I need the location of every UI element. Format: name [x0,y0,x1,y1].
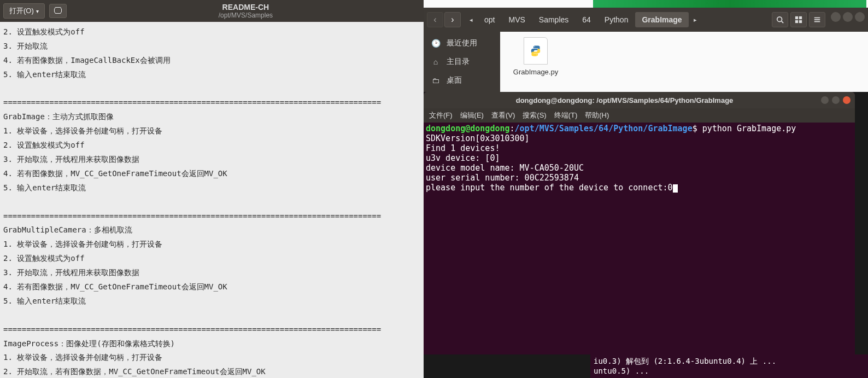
term-prompt-colon: : [510,124,515,133]
forward-button[interactable]: › [444,12,461,27]
sidebar-item-desktop[interactable]: 🗀 桌面 [424,71,500,90]
search-icon [776,16,784,24]
svg-rect-2 [795,16,798,19]
svg-line-1 [782,21,784,24]
close-button[interactable] [843,96,851,104]
breadcrumb: ◂ opt MVS Samples 64 Python GrabImage ▸ [465,12,701,27]
editor-content[interactable]: 2. 设置触发模式为off 3. 开始取流 4. 若有图像数据，ImageCal… [0,22,424,378]
menu-edit[interactable]: 编辑(E) [460,111,484,120]
terminal-menubar: 文件(F) 编辑(E) 查看(V) 搜索(S) 终端(T) 帮助(H) [424,108,855,123]
breadcrumb-next-icon[interactable]: ▸ [689,12,701,27]
sidebar-item-recent[interactable]: 🕑 最近使用 [424,34,500,53]
back-button[interactable]: ‹ [427,12,443,27]
python-icon [530,45,542,57]
window-controls [831,12,865,27]
term-output-line: u3v device: [0] [426,153,853,163]
minimize-button[interactable] [821,96,829,104]
terminal-window-controls [821,96,851,104]
editor-subtitle: /opt/MVS/Samples [71,11,420,19]
grid-icon [795,16,802,24]
title-decor [593,0,866,8]
term-output-line: device model name: MV-CA050-20UC [426,163,853,173]
terminal-window: dongdong@dongdong: /opt/MVS/Samples/64/P… [424,92,855,354]
term-output-line: SDKVersion[0x3010300] [426,133,853,143]
maximize-button[interactable] [832,96,840,104]
chevron-left-icon: ‹ [433,15,436,25]
file-manager-window: ‹ › ◂ opt MVS Samples 64 Python GrabImag… [424,0,868,92]
menu-terminal[interactable]: 终端(T) [554,111,578,120]
chevron-right-icon: › [451,15,454,25]
open-button[interactable]: 打开(O) ▾ [3,3,45,19]
filemgr-toolbar: ‹ › ◂ opt MVS Samples 64 Python GrabImag… [424,8,868,32]
sidebar-item-label: 桌面 [447,75,462,85]
chevron-down-icon: ▾ [36,8,39,14]
editor-toolbar: 打开(O) ▾ 🖵 README-CH /opt/MVS/Samples [0,0,424,22]
maximize-button[interactable] [843,12,853,22]
svg-rect-5 [799,20,802,23]
term-prompt-path: /opt/MVS/Samples/64/Python/GrabImage [515,124,693,133]
hamburger-button[interactable] [809,12,825,27]
filemgr-body: 🕑 最近使用 ⌂ 主目录 🗀 桌面 🗀 视频 [424,32,868,92]
document-icon: 🖵 [54,6,62,16]
svg-rect-4 [795,20,798,23]
file-item[interactable]: GrabImage.py [511,37,560,86]
breadcrumb-item-64[interactable]: 64 [576,12,597,27]
menu-icon [813,16,821,24]
term-output-line: user serial number: 00C22593874 [426,173,853,183]
filemgr-sidebar: 🕑 最近使用 ⌂ 主目录 🗀 桌面 🗀 视频 [424,32,500,92]
terminal-body[interactable]: dongdong@dongdong:/opt/MVS/Samples/64/Py… [424,123,855,354]
menu-help[interactable]: 帮助(H) [585,111,609,120]
sidebar-item-label: 最近使用 [447,38,477,48]
breadcrumb-prev-icon[interactable]: ◂ [465,12,477,27]
new-tab-button[interactable]: 🖵 [49,4,67,18]
breadcrumb-item-grabimage[interactable]: GrabImage [635,12,688,27]
view-grid-button[interactable] [790,12,807,27]
svg-rect-3 [799,16,802,19]
term-output-line: Find 1 devices! [426,143,853,153]
minimize-button[interactable] [831,12,841,22]
term-prompt-user: dongdong@dongdong [426,124,510,133]
term-prompt-dollar: $ [693,124,697,133]
breadcrumb-item-opt[interactable]: opt [478,12,501,27]
breadcrumb-item-python[interactable]: Python [598,12,635,27]
sidebar-item-label: 主目录 [447,57,470,67]
open-button-label: 打开(O) [9,6,34,16]
editor-title-area: README-CH /opt/MVS/Samples [71,3,420,19]
menu-file[interactable]: 文件(F) [429,111,453,120]
clock-icon: 🕑 [431,39,440,48]
breadcrumb-item-mvs[interactable]: MVS [502,12,531,27]
close-button[interactable] [855,12,865,22]
breadcrumb-item-samples[interactable]: Samples [532,12,575,27]
filemgr-content[interactable]: GrabImage.py [500,32,868,92]
term-command: python GrabImage.py [697,124,796,133]
terminal-titlebar[interactable]: dongdong@dongdong: /opt/MVS/Samples/64/P… [424,92,855,108]
menu-search[interactable]: 搜索(S) [523,111,546,120]
editor-title: README-CH [71,3,420,11]
svg-point-0 [777,17,782,22]
cursor-icon [673,184,678,193]
file-name: GrabImage.py [511,68,560,76]
menu-view[interactable]: 查看(V) [491,111,515,120]
home-icon: ⌂ [431,57,440,66]
term-output-line: please input the number of the device to… [426,183,673,193]
terminal-title: dongdong@dongdong: /opt/MVS/Samples/64/P… [428,96,821,104]
text-editor-window: 打开(O) ▾ 🖵 README-CH /opt/MVS/Samples 2. … [0,0,424,378]
folder-icon: 🗀 [431,76,440,85]
background-terminal-strip: iu0.3) 解包到 (2:1.6.4-3ubuntu0.4) 上 ... un… [590,354,868,378]
sidebar-item-home[interactable]: ⌂ 主目录 [424,53,500,71]
file-icon [522,37,549,65]
search-button[interactable] [772,12,788,27]
